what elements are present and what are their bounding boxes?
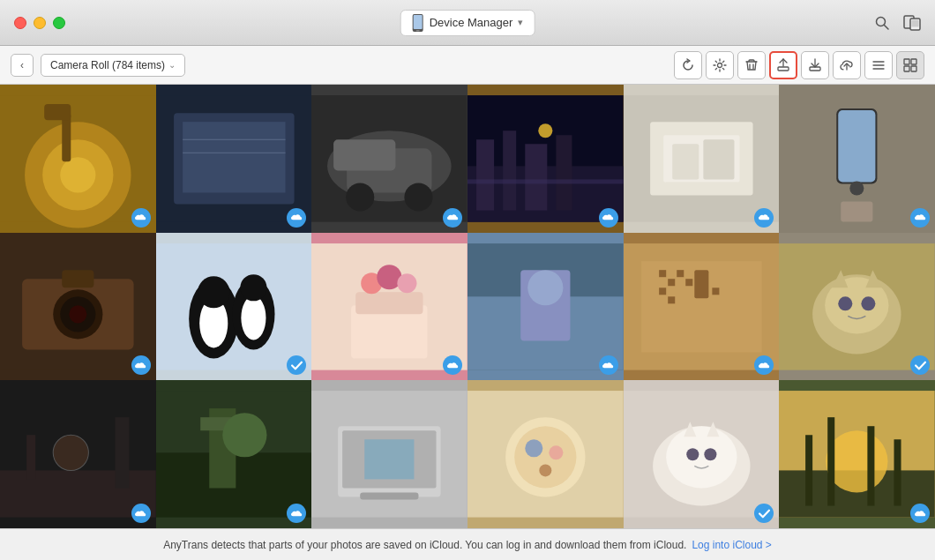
svg-rect-29 — [183, 122, 285, 192]
app-title-button[interactable]: Device Manager ▾ — [400, 10, 535, 36]
svg-rect-100 — [115, 418, 129, 489]
photo-cell-8[interactable] — [156, 233, 312, 381]
photo-cell-9[interactable] — [311, 233, 468, 381]
svg-rect-50 — [703, 139, 734, 179]
svg-rect-82 — [668, 279, 675, 286]
export-icon — [776, 58, 790, 72]
photo-cell-15[interactable] — [311, 380, 468, 528]
photo-cell-4[interactable] — [468, 85, 624, 233]
photo-cell-5[interactable] — [624, 85, 780, 233]
photo-cell-13[interactable] — [0, 380, 156, 528]
photo-cell-18[interactable] — [779, 380, 935, 528]
svg-rect-110 — [365, 440, 415, 480]
icloud-badge-3 — [443, 208, 462, 228]
svg-rect-55 — [842, 202, 873, 222]
photo-cell-10[interactable] — [468, 233, 624, 381]
svg-rect-20 — [911, 66, 916, 71]
svg-point-60 — [69, 305, 86, 323]
svg-point-114 — [525, 440, 542, 458]
export-button[interactable] — [769, 51, 797, 79]
cloud-upload-icon — [840, 58, 854, 72]
photo-cell-2[interactable] — [156, 85, 312, 233]
svg-point-67 — [198, 276, 229, 308]
refresh-icon — [681, 58, 695, 72]
title-bar: Device Manager ▾ — [0, 0, 935, 46]
refresh-button[interactable] — [674, 51, 702, 79]
svg-rect-99 — [26, 436, 35, 480]
svg-point-120 — [686, 449, 699, 461]
svg-rect-17 — [904, 59, 909, 64]
svg-point-115 — [549, 446, 563, 460]
svg-rect-45 — [468, 179, 624, 183]
title-actions — [873, 14, 921, 32]
icloud-badge-7 — [131, 355, 151, 375]
icloud-login-link[interactable]: Log into iCloud > — [692, 539, 771, 551]
folder-selector[interactable]: Camera Roll (784 items) ⌄ — [41, 54, 185, 77]
photo-cell-11[interactable] — [624, 233, 780, 381]
svg-rect-40 — [476, 139, 494, 210]
grid-view-icon — [903, 58, 917, 72]
photo-cell-14[interactable] — [156, 380, 312, 528]
svg-point-105 — [222, 413, 266, 457]
folder-name: Camera Roll (784 items) — [50, 59, 165, 71]
list-view-icon — [871, 58, 886, 72]
svg-rect-127 — [805, 436, 812, 506]
title-chevron: ▾ — [518, 17, 523, 28]
photo-cell-17[interactable] — [624, 380, 780, 528]
svg-point-24 — [60, 157, 95, 192]
search-icon[interactable] — [873, 14, 891, 32]
svg-rect-87 — [694, 270, 708, 298]
svg-rect-43 — [556, 135, 572, 210]
icloud-badge-18 — [910, 504, 930, 523]
close-button[interactable] — [14, 17, 26, 29]
photo-cell-3[interactable] — [311, 85, 468, 233]
svg-point-66 — [241, 295, 266, 340]
icloud-badge-1 — [131, 208, 151, 228]
svg-point-121 — [704, 449, 716, 461]
settings-button[interactable] — [706, 51, 734, 79]
svg-rect-129 — [868, 427, 875, 506]
list-view-button[interactable] — [864, 51, 893, 79]
icloud-badge-5 — [754, 208, 774, 228]
svg-rect-71 — [356, 292, 423, 314]
cloud-upload-button[interactable] — [833, 51, 861, 79]
svg-rect-49 — [672, 144, 699, 179]
icloud-badge-13 — [131, 504, 151, 523]
settings-icon — [713, 58, 727, 72]
svg-line-4 — [885, 25, 889, 29]
delete-button[interactable] — [737, 51, 766, 79]
svg-rect-84 — [685, 279, 692, 286]
photo-grid — [0, 85, 935, 528]
svg-rect-86 — [668, 296, 675, 303]
svg-rect-7 — [912, 19, 919, 26]
svg-rect-25 — [62, 113, 71, 161]
svg-point-35 — [346, 183, 374, 211]
svg-rect-37 — [333, 139, 395, 170]
import-icon — [808, 58, 822, 72]
svg-point-78 — [527, 270, 563, 305]
svg-rect-83 — [677, 270, 684, 277]
svg-rect-109 — [361, 493, 419, 500]
toolbar: ‹ Camera Roll (784 items) ⌄ — [0, 46, 935, 85]
photo-cell-6[interactable] — [779, 85, 935, 233]
icloud-badge-10 — [599, 355, 618, 375]
svg-point-74 — [398, 273, 417, 293]
minimize-button[interactable] — [34, 17, 46, 29]
svg-rect-42 — [525, 144, 547, 210]
svg-rect-61 — [62, 270, 94, 287]
photo-cell-16[interactable] — [468, 380, 624, 528]
traffic-lights — [14, 17, 65, 29]
photo-cell-12[interactable] — [779, 233, 935, 381]
device-manager-icon[interactable] — [903, 14, 921, 32]
photo-cell-7[interactable] — [0, 233, 156, 381]
svg-rect-18 — [911, 59, 916, 64]
back-button[interactable]: ‹ — [11, 54, 34, 77]
maximize-button[interactable] — [53, 17, 65, 29]
svg-point-44 — [538, 123, 552, 138]
bottom-notification-bar: AnyTrans detects that parts of your phot… — [0, 528, 935, 560]
svg-rect-2 — [416, 30, 420, 32]
import-button[interactable] — [801, 51, 829, 79]
photo-cell-1[interactable] — [0, 85, 156, 233]
grid-view-button[interactable] — [896, 51, 924, 79]
svg-point-36 — [405, 183, 433, 211]
